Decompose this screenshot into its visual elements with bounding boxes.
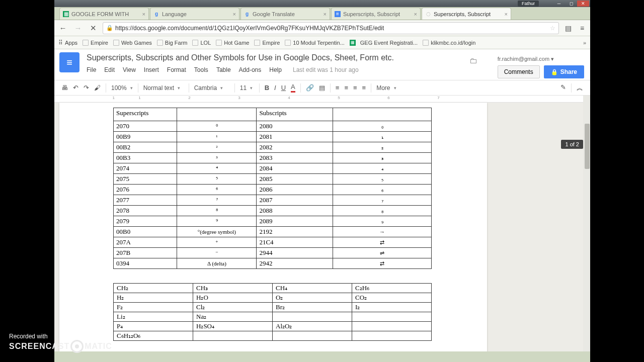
close-tab-icon[interactable]: × bbox=[414, 11, 417, 17]
menu-insert[interactable]: Insert bbox=[144, 66, 159, 73]
menu-file[interactable]: File bbox=[87, 66, 96, 73]
url-input[interactable]: 🔒https://docs.google.com/document/d/1QGz… bbox=[103, 22, 559, 34]
table-row[interactable]: 2077⁷2087₇ bbox=[114, 195, 432, 206]
folder-icon[interactable]: 🗀 bbox=[469, 56, 477, 80]
bookmark-item[interactable]: 10 Modul Terpentin... bbox=[285, 40, 345, 46]
align-center-icon[interactable]: ≡ bbox=[344, 84, 348, 92]
menu-format[interactable]: Format bbox=[167, 66, 186, 73]
style-select[interactable]: Normal text bbox=[143, 84, 184, 92]
underline-icon[interactable]: U bbox=[281, 84, 286, 92]
text-color-icon[interactable]: A bbox=[291, 83, 295, 93]
italic-icon[interactable]: I bbox=[274, 84, 276, 92]
bold-icon[interactable]: B bbox=[265, 84, 269, 92]
bookmark-item[interactable]: Empire bbox=[83, 40, 108, 46]
menu-tools[interactable]: Tools bbox=[194, 66, 208, 73]
minimize-button[interactable]: ─ bbox=[553, 1, 565, 7]
table-row[interactable]: P₄H₂SO₄Al₂O₂ bbox=[114, 322, 432, 331]
table-row[interactable]: 207B⁻2944⇌ bbox=[114, 248, 432, 258]
page-indicator: 1 of 2 bbox=[561, 140, 583, 149]
page[interactable]: SuperscriptsSubscripts 2070⁰2080₀00B9¹20… bbox=[59, 103, 487, 351]
font-select[interactable]: Cambria bbox=[194, 84, 229, 92]
menu-addons[interactable]: Add-ons bbox=[239, 66, 262, 73]
bookmark-item[interactable]: ▦GEG Event Registrati... bbox=[350, 40, 418, 46]
scroll-thumb[interactable] bbox=[585, 124, 590, 169]
undo-icon[interactable]: ↶ bbox=[73, 84, 78, 92]
table-row[interactable]: C₆H₁₂O₆ bbox=[114, 331, 432, 341]
table-row[interactable]: Li₂Na₂ bbox=[114, 312, 432, 322]
table-row[interactable]: 2070⁰2080₀ bbox=[114, 121, 432, 132]
table-row[interactable]: 0394Δ (delta)2942⇄ bbox=[114, 258, 432, 269]
menu-bar: File Edit View Insert Format Tools Table… bbox=[87, 66, 469, 73]
menu-view[interactable]: View bbox=[123, 66, 136, 73]
table-row[interactable]: 00B3³2083₃ bbox=[114, 153, 432, 163]
menu-table[interactable]: Table bbox=[216, 66, 231, 73]
editing-mode-icon[interactable]: ✎ bbox=[560, 83, 566, 93]
bookmark-item[interactable]: Big Farm bbox=[157, 40, 188, 46]
close-tab-icon[interactable]: × bbox=[233, 11, 236, 17]
collapse-icon[interactable]: ︽ bbox=[577, 83, 583, 93]
close-button[interactable]: ✕ bbox=[577, 1, 589, 7]
menu-help[interactable]: Help bbox=[269, 66, 282, 73]
align-right-icon[interactable]: ≡ bbox=[353, 84, 357, 92]
tab-superscripts-1[interactable]: ≡Superscripts, Subscript× bbox=[331, 8, 421, 20]
symbols-table[interactable]: SuperscriptsSubscripts 2070⁰2080₀00B9¹20… bbox=[113, 108, 432, 269]
close-tab-icon[interactable]: × bbox=[505, 11, 508, 17]
tab-translate[interactable]: gGoogle Translate× bbox=[240, 8, 330, 20]
size-select[interactable]: 11 bbox=[240, 84, 254, 92]
star-icon[interactable]: ☆ bbox=[550, 25, 555, 32]
doc-header: ≡ Superscripts, Subscripts and Other Sym… bbox=[54, 49, 590, 80]
forward-button[interactable]: → bbox=[72, 23, 84, 34]
table-row[interactable]: 2075⁵2085₅ bbox=[114, 174, 432, 185]
tab-language[interactable]: gLanguage× bbox=[150, 8, 239, 20]
bookmarks-overflow[interactable]: » bbox=[583, 40, 586, 46]
close-tab-icon[interactable]: × bbox=[324, 11, 327, 17]
tab-label: GOOGLE FORM WITH bbox=[71, 11, 129, 17]
scrollbar[interactable] bbox=[583, 96, 590, 351]
tab-google-form[interactable]: ▦GOOGLE FORM WITH× bbox=[59, 8, 149, 20]
table-row[interactable]: F₂Cl₂Br₂I₂ bbox=[114, 303, 432, 312]
stop-button[interactable]: ✕ bbox=[88, 23, 99, 34]
bookmark-item[interactable]: LOL bbox=[192, 40, 211, 46]
docs-logo[interactable]: ≡ bbox=[59, 52, 79, 72]
table-row[interactable]: 2078⁸2088₈ bbox=[114, 206, 432, 216]
align-left-icon[interactable]: ≡ bbox=[336, 84, 340, 92]
menu-icon[interactable]: ≡ bbox=[577, 24, 587, 32]
ruler[interactable]: 1 1 2 3 4 5 6 7 bbox=[54, 96, 590, 103]
record-icon bbox=[70, 340, 84, 353]
last-edit[interactable]: Last edit was 1 hour ago bbox=[293, 66, 359, 73]
table-row[interactable]: 2079⁹2089₉ bbox=[114, 216, 432, 227]
table-row[interactable]: 207A⁺21C4⇄ bbox=[114, 237, 432, 248]
panel-icon[interactable]: ▤ bbox=[563, 24, 573, 32]
table-row[interactable]: 00B0°(degree symbol)2192→ bbox=[114, 227, 432, 237]
comments-button[interactable]: Comments bbox=[498, 65, 540, 78]
bookmark-item[interactable]: Empire bbox=[254, 40, 280, 46]
user-email[interactable]: fr.rachim@gmail.com ▾ bbox=[498, 56, 584, 62]
table-row[interactable]: 2074⁴2084₄ bbox=[114, 163, 432, 174]
redo-icon[interactable]: ↷ bbox=[84, 84, 89, 92]
zoom-select[interactable]: 100% bbox=[111, 84, 133, 92]
table-row[interactable]: 00B9¹2081₁ bbox=[114, 132, 432, 142]
tab-superscripts-2[interactable]: ◌Superscripts, Subscript× bbox=[422, 8, 511, 20]
link-icon[interactable]: 🔗 bbox=[306, 84, 314, 92]
align-justify-icon[interactable]: ≡ bbox=[362, 84, 366, 92]
menu-edit[interactable]: Edit bbox=[104, 66, 115, 73]
maximize-button[interactable]: ◻ bbox=[565, 1, 577, 7]
table-row[interactable]: 2076⁶2086₆ bbox=[114, 185, 432, 195]
bookmark-item[interactable]: Hot Game bbox=[216, 40, 249, 46]
table-row[interactable]: 00B2²2082₂ bbox=[114, 142, 432, 153]
comment-icon[interactable]: ▤ bbox=[319, 84, 325, 92]
paint-format-icon[interactable]: 🖌 bbox=[94, 84, 101, 92]
doc-title[interactable]: Superscripts, Subscripts and Other Symbo… bbox=[87, 53, 469, 62]
more-menu[interactable]: More bbox=[376, 84, 396, 92]
share-button[interactable]: Share bbox=[544, 65, 584, 78]
bookmark-item[interactable]: klikmbc.co.id/login bbox=[423, 40, 475, 46]
google-icon: g bbox=[153, 11, 159, 17]
print-icon[interactable]: 🖶 bbox=[61, 84, 68, 92]
bookmark-item[interactable]: Web Games bbox=[113, 40, 152, 46]
table-row[interactable]: H₂H₂OO₂CO₂ bbox=[114, 293, 432, 303]
back-button[interactable]: ← bbox=[57, 23, 68, 34]
close-tab-icon[interactable]: × bbox=[142, 11, 145, 17]
compounds-table[interactable]: CH₂CH₃CH₄C₂H₆H₂H₂OO₂CO₂F₂Cl₂Br₂I₂Li₂Na₂P… bbox=[113, 283, 432, 341]
table-row[interactable]: CH₂CH₃CH₄C₂H₆ bbox=[114, 284, 432, 293]
apps-button[interactable]: ⠿Apps bbox=[58, 39, 77, 46]
